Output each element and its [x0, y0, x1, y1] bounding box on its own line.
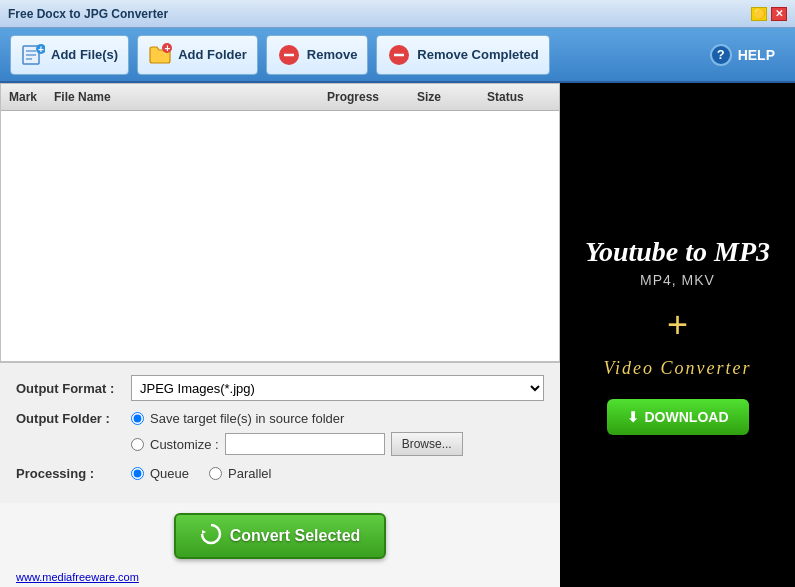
customize-option: Customize : Browse...	[131, 432, 463, 456]
help-button[interactable]: ? HELP	[700, 39, 785, 71]
title-bar: Free Docx to JPG Converter 🟡 ✕	[0, 0, 795, 28]
output-folder-control: Save target file(s) in source folder Cus…	[131, 411, 544, 456]
remove-completed-label: Remove Completed	[417, 47, 538, 62]
svg-marker-12	[202, 530, 206, 534]
app-title: Free Docx to JPG Converter	[8, 7, 168, 21]
convert-area: Convert Selected	[0, 503, 560, 567]
download-icon: ⬇	[627, 409, 639, 425]
help-icon: ?	[710, 44, 732, 66]
processing-row: Processing : Queue Parallel	[16, 466, 544, 481]
minimize-button[interactable]: 🟡	[751, 7, 767, 21]
remove-completed-icon	[387, 43, 411, 67]
parallel-option: Parallel	[209, 466, 271, 481]
add-files-label: Add File(s)	[51, 47, 118, 62]
file-list-container: Mark File Name Progress Size Status	[0, 83, 560, 362]
ad-tagline: Video Converter	[603, 358, 751, 379]
add-folder-label: Add Folder	[178, 47, 247, 62]
output-format-control: JPEG Images(*.jpg) PNG Images(*.png) BMP…	[131, 375, 544, 401]
save-source-label: Save target file(s) in source folder	[150, 411, 344, 426]
queue-option: Queue	[131, 466, 189, 481]
col-size-header: Size	[409, 88, 479, 106]
browse-button[interactable]: Browse...	[391, 432, 463, 456]
add-folder-icon: +	[148, 43, 172, 67]
output-format-label: Output Format :	[16, 381, 131, 396]
ad-panel[interactable]: Youtube to MP3 MP4, MKV + Video Converte…	[560, 83, 795, 587]
ad-download-button[interactable]: ⬇ DOWNLOAD	[607, 399, 749, 435]
add-folder-button[interactable]: + Add Folder	[137, 35, 258, 75]
output-format-row: Output Format : JPEG Images(*.jpg) PNG I…	[16, 375, 544, 401]
ad-plus-icon: +	[667, 304, 688, 346]
custom-path-input[interactable]	[225, 433, 385, 455]
parallel-radio[interactable]	[209, 467, 222, 480]
window-controls: 🟡 ✕	[751, 7, 787, 21]
convert-icon	[200, 523, 222, 549]
remove-icon	[277, 43, 301, 67]
col-mark-header: Mark	[1, 88, 46, 106]
remove-label: Remove	[307, 47, 358, 62]
queue-label: Queue	[150, 466, 189, 481]
save-source-radio[interactable]	[131, 412, 144, 425]
processing-label: Processing :	[16, 466, 131, 481]
add-files-icon: +	[21, 43, 45, 67]
col-filename-header: File Name	[46, 88, 319, 106]
parallel-label: Parallel	[228, 466, 271, 481]
output-folder-label: Output Folder :	[16, 411, 131, 426]
processing-control: Queue Parallel	[131, 466, 544, 481]
add-files-button[interactable]: + Add File(s)	[10, 35, 129, 75]
col-progress-header: Progress	[319, 88, 409, 106]
file-list-body	[1, 111, 559, 362]
remove-button[interactable]: Remove	[266, 35, 369, 75]
main-area: Mark File Name Progress Size Status Outp…	[0, 83, 795, 587]
output-folder-row: Output Folder : Save target file(s) in s…	[16, 411, 544, 456]
customize-label: Customize :	[150, 437, 219, 452]
svg-text:+: +	[38, 44, 44, 55]
close-button[interactable]: ✕	[771, 7, 787, 21]
footer-link[interactable]: www.mediafreeware.com	[0, 567, 560, 587]
output-folder-radio-group: Save target file(s) in source folder Cus…	[131, 411, 463, 456]
svg-text:+: +	[165, 43, 171, 54]
settings-area: Output Format : JPEG Images(*.jpg) PNG I…	[0, 362, 560, 503]
help-label: HELP	[738, 47, 775, 63]
save-source-option: Save target file(s) in source folder	[131, 411, 463, 426]
convert-selected-label: Convert Selected	[230, 527, 361, 545]
remove-completed-button[interactable]: Remove Completed	[376, 35, 549, 75]
download-label: DOWNLOAD	[645, 409, 729, 425]
customize-radio[interactable]	[131, 438, 144, 451]
ad-title: Youtube to MP3	[585, 235, 770, 269]
col-status-header: Status	[479, 88, 559, 106]
convert-selected-button[interactable]: Convert Selected	[174, 513, 387, 559]
ad-subtitle: MP4, MKV	[640, 272, 715, 288]
toolbar: + Add File(s) + Add Folder Remove	[0, 28, 795, 83]
format-select[interactable]: JPEG Images(*.jpg) PNG Images(*.png) BMP…	[131, 375, 544, 401]
left-panel: Mark File Name Progress Size Status Outp…	[0, 83, 560, 587]
queue-radio[interactable]	[131, 467, 144, 480]
file-list-header: Mark File Name Progress Size Status	[1, 84, 559, 111]
